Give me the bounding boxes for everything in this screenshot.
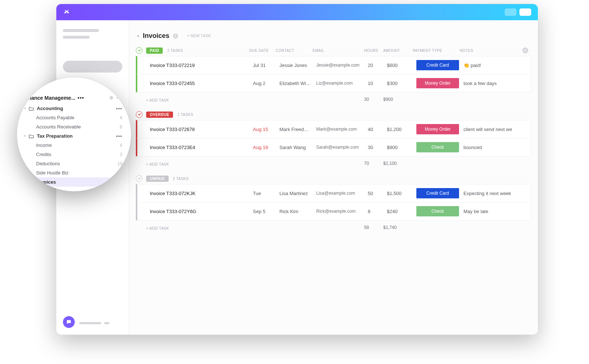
- col-email: EMAIL: [313, 49, 364, 53]
- cell-amount[interactable]: $240: [385, 209, 414, 214]
- col-notes: NOTES: [460, 49, 522, 53]
- payment-type-button[interactable]: Credit Card: [416, 188, 459, 198]
- sidebar-folder[interactable]: ▾Tax Preparation•••: [24, 131, 124, 141]
- folder-more-icon[interactable]: •••: [116, 133, 122, 139]
- cell-contact[interactable]: Lisa Martinez: [277, 191, 314, 196]
- gear-icon[interactable]: ⚙: [109, 95, 113, 100]
- status-pill[interactable]: PAID: [146, 47, 163, 54]
- cell-amount[interactable]: $1,500: [385, 191, 414, 196]
- task-row[interactable]: Invoice T333-072219Jul 31Jessie JonesJes…: [136, 56, 531, 74]
- sidebar-list-item[interactable]: Side Hustle Biz6: [24, 168, 124, 177]
- add-column-icon[interactable]: +: [522, 47, 528, 53]
- cell-email[interactable]: Lisa@example.com: [314, 191, 366, 196]
- payment-type-button[interactable]: Check: [416, 142, 459, 152]
- cell-hours[interactable]: 10: [366, 81, 385, 86]
- cell-hours[interactable]: 50: [366, 191, 385, 196]
- task-row[interactable]: Invoice T333-072Y6GSep 5Rick KimRick@exa…: [136, 202, 531, 220]
- topbar-action-1[interactable]: [505, 8, 516, 16]
- total-hours: 58: [364, 225, 383, 230]
- status-pill[interactable]: OVERDUE: [146, 112, 173, 118]
- chevron-down-icon[interactable]: ▾: [24, 180, 26, 184]
- list-item-label: Deductions: [36, 161, 60, 166]
- col-payment-type: PAYMENT TYPE: [413, 49, 460, 53]
- payment-type-button[interactable]: Credit Card: [416, 60, 459, 70]
- sidebar-list-item[interactable]: Accounts Receivable6: [24, 122, 124, 131]
- cell-due-date[interactable]: Aug 2: [251, 81, 277, 86]
- cell-email[interactable]: Mark@example.com: [314, 127, 366, 132]
- status-toggle-icon[interactable]: [136, 175, 142, 182]
- cell-due-date[interactable]: Jul 31: [251, 63, 277, 68]
- task-row[interactable]: Invoice T333-0723E4Aug 19Sarah WangSarah…: [136, 138, 531, 156]
- sidebar-search-input[interactable]: [63, 61, 122, 73]
- cell-notes[interactable]: bounced: [461, 145, 522, 150]
- folder-label: Invoices: [37, 179, 56, 185]
- cell-hours[interactable]: 40: [366, 127, 385, 132]
- list-item-count: 10: [117, 161, 122, 166]
- folder-label: Tax Preparation: [37, 133, 73, 139]
- sidebar-folder[interactable]: ▾Accounting•••: [24, 104, 124, 113]
- cell-contact[interactable]: Mark Freedman: [277, 127, 314, 132]
- cell-notes[interactable]: client will send next we: [461, 127, 522, 132]
- total-hours: 30: [364, 97, 383, 102]
- task-row[interactable]: Invoice T333-072KJKTueLisa MartinezLisa@…: [136, 184, 531, 202]
- cell-contact[interactable]: Sarah Wang: [277, 145, 314, 150]
- chevron-down-icon[interactable]: ▾: [24, 134, 26, 138]
- new-task-button[interactable]: + NEW TASK: [187, 34, 211, 38]
- status-toggle-icon[interactable]: [136, 47, 142, 54]
- list-item-label: Income: [36, 142, 52, 148]
- payment-type-button[interactable]: Money Order: [416, 78, 459, 88]
- chat-icon[interactable]: [63, 316, 75, 328]
- task-row[interactable]: Invoice T333-072455Aug 2Elizabeth Winche…: [136, 74, 531, 92]
- list-item-label: Accounts Payable: [36, 115, 74, 120]
- sidebar-list-item[interactable]: Credits3: [24, 150, 124, 159]
- sidebar-list-item[interactable]: Income4: [24, 141, 124, 150]
- cell-hours[interactable]: 30: [366, 145, 385, 150]
- collapse-icon[interactable]: ▾: [137, 34, 139, 38]
- cell-notes[interactable]: took a few days: [461, 81, 522, 86]
- cell-hours[interactable]: 20: [366, 63, 385, 68]
- cell-notes[interactable]: Expecting it next week: [461, 191, 522, 196]
- topbar-action-2[interactable]: [519, 8, 531, 16]
- add-task-button[interactable]: + ADD TASK: [146, 159, 249, 168]
- add-task-button[interactable]: + ADD TASK: [146, 95, 249, 104]
- svg-point-0: [68, 321, 68, 322]
- info-icon[interactable]: i: [173, 33, 178, 39]
- cell-email[interactable]: Liz@example.com: [314, 81, 366, 86]
- cell-email[interactable]: Sarah@example.com: [314, 145, 366, 150]
- space-more-icon[interactable]: •••: [78, 95, 84, 101]
- folder-icon: [29, 134, 34, 138]
- sidebar-list-item[interactable]: Accounts Payable4: [24, 113, 124, 122]
- task-row[interactable]: Invoice T333-072678Aug 15Mark FreedmanMa…: [136, 120, 531, 138]
- cell-notes[interactable]: 👏 paid!: [461, 63, 522, 68]
- cell-email[interactable]: Jessie@example.com: [314, 63, 366, 68]
- status-pill[interactable]: UNPAID: [146, 176, 169, 182]
- cell-amount[interactable]: $900: [385, 145, 414, 150]
- cell-due-date[interactable]: Aug 19: [251, 145, 277, 150]
- total-amount: $1,740: [383, 225, 413, 230]
- cell-amount[interactable]: $300: [385, 81, 414, 86]
- main-content: ▾ Invoices i + NEW TASK PAID2 TASKSDUE D…: [129, 20, 538, 335]
- chevron-down-icon[interactable]: ▾: [24, 107, 26, 110]
- sidebar-list-item[interactable]: Deductions10: [24, 159, 124, 168]
- cell-due-date[interactable]: Aug 15: [251, 127, 277, 132]
- cell-notes[interactable]: May be late: [461, 209, 522, 214]
- payment-type-button[interactable]: Check: [416, 206, 459, 216]
- cell-amount[interactable]: $1,200: [385, 127, 414, 132]
- cell-contact[interactable]: Jessie Jones: [277, 63, 314, 68]
- add-task-button[interactable]: + ADD TASK: [146, 223, 249, 232]
- cell-amount[interactable]: $600: [385, 63, 414, 68]
- cell-contact[interactable]: Rick Kim: [277, 209, 314, 214]
- payment-type-button[interactable]: Money Order: [416, 124, 459, 134]
- cell-email[interactable]: Rick@example.com: [314, 209, 366, 214]
- clickup-logo-icon: [63, 8, 70, 17]
- list-item-label: Invoices: [36, 188, 54, 191]
- group-footer: + ADD TASK30$900: [136, 92, 531, 104]
- cell-due-date[interactable]: Sep 5: [251, 209, 277, 214]
- cell-hours[interactable]: 8: [366, 209, 385, 214]
- status-toggle-icon[interactable]: [136, 111, 142, 118]
- cell-due-date[interactable]: Tue: [251, 191, 277, 196]
- space-header[interactable]: Finance Manageme... ••• ⚙ + ⌕: [24, 95, 124, 104]
- folder-icon: [29, 106, 34, 111]
- folder-more-icon[interactable]: •••: [116, 106, 122, 111]
- cell-contact[interactable]: Elizabeth Wincheste: [277, 81, 314, 86]
